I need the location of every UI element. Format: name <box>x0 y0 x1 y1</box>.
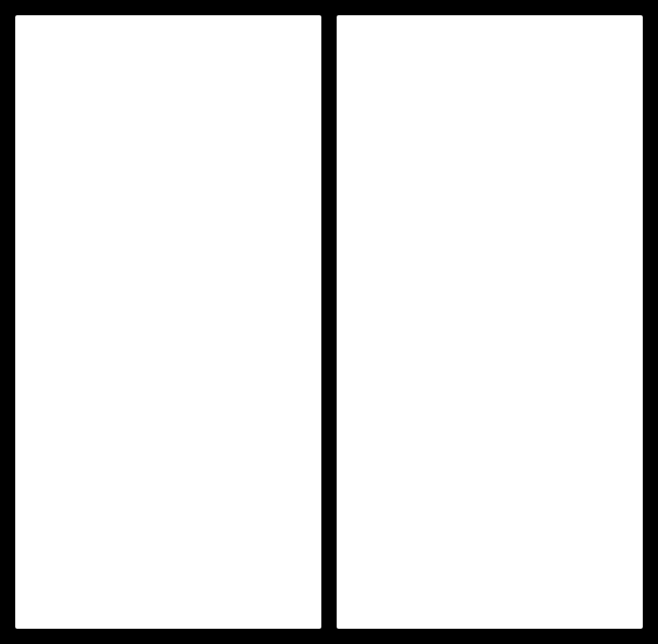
phone-right <box>337 15 643 629</box>
phone-left <box>15 15 321 629</box>
